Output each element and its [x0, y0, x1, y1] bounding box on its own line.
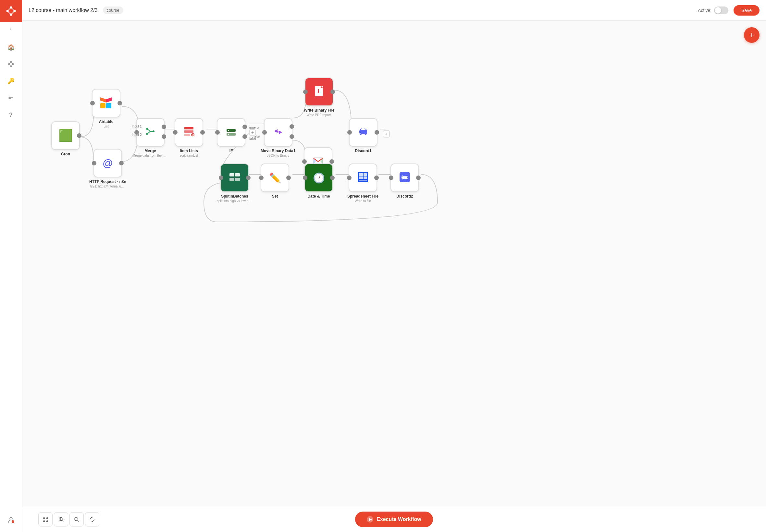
discord2-label: Discord2	[396, 194, 413, 199]
node-http-box[interactable]: @	[93, 149, 122, 177]
svg-rect-60	[363, 176, 367, 179]
if-plus-badge[interactable]: +	[249, 129, 256, 136]
sidebar-item-network[interactable]	[4, 57, 18, 71]
node-movebinary[interactable]: Move Binary Data1 JSON to Binary	[261, 118, 295, 157]
cron-icon: 🟩	[58, 129, 73, 142]
node-merge[interactable]: Merge Merge data from the legacy ...	[132, 118, 168, 157]
merge-sublabel: Merge data from the legacy ...	[132, 154, 168, 157]
workflow-canvas: +	[22, 21, 766, 506]
toolbar-tools	[38, 512, 99, 526]
node-splitbatches-box[interactable]	[220, 163, 249, 192]
svg-rect-67	[46, 517, 48, 519]
zoom-out-button[interactable]	[69, 512, 84, 526]
writebinary-output	[330, 90, 335, 94]
execute-icon: ▶	[367, 516, 373, 523]
cron-output	[77, 133, 81, 138]
node-set[interactable]: ✏️ Set	[261, 163, 289, 199]
sidebar-item-executions[interactable]	[4, 91, 18, 105]
node-discord1[interactable]: Discord1 +	[349, 118, 377, 154]
svg-rect-28	[106, 103, 111, 108]
logo[interactable]	[0, 0, 22, 22]
workflow-title: L2 course - main workflow 2/3	[29, 7, 98, 13]
merge-input1	[162, 125, 166, 129]
node-writebinary[interactable]: Write Binary File Write PDF report.	[304, 78, 334, 117]
airtable-label: Airtable	[99, 119, 114, 125]
node-airtable-box[interactable]	[92, 89, 120, 117]
sidebar-item-help[interactable]: ?	[4, 108, 18, 122]
svg-point-22	[8, 98, 9, 99]
node-cron-box[interactable]: 🟩	[51, 121, 80, 150]
active-toggle[interactable]	[714, 6, 728, 14]
writebinary-icon	[312, 84, 326, 100]
discord2-output	[416, 175, 421, 180]
svg-rect-55	[235, 178, 240, 181]
svg-rect-66	[43, 517, 45, 519]
node-spreadsheet[interactable]: Spreadsheet File Write to file	[347, 163, 378, 203]
svg-line-45	[277, 131, 279, 132]
node-merge-box[interactable]	[136, 118, 164, 147]
node-discord2[interactable]: Discord2	[391, 163, 419, 199]
node-itemlists[interactable]: Item Lists sort: itemList	[175, 118, 203, 157]
sidebar-item-home[interactable]: 🏠	[4, 40, 18, 54]
http-icon: @	[103, 157, 113, 169]
node-airtable[interactable]: Airtable List	[92, 89, 120, 128]
reset-view-button[interactable]	[85, 512, 99, 526]
if-input	[215, 130, 220, 135]
merge-input1-text: Input 1	[132, 125, 142, 128]
workflow-badge[interactable]: course	[103, 6, 123, 14]
merge-output	[134, 130, 139, 135]
if-label: IF	[229, 149, 233, 154]
svg-rect-54	[229, 178, 234, 181]
node-if[interactable]: true false + IF	[217, 118, 245, 154]
merge-input2	[162, 134, 166, 139]
svg-rect-53	[235, 173, 240, 176]
main-content: L2 course - main workflow 2/3 course Act…	[22, 0, 766, 532]
node-cron[interactable]: 🟩 Cron	[51, 121, 80, 157]
spreadsheet-icon	[356, 171, 369, 185]
node-movebinary-box[interactable]	[264, 118, 292, 147]
node-set-box[interactable]: ✏️	[261, 163, 289, 192]
svg-point-34	[152, 130, 154, 132]
splitbatches-label: SplitInBatches	[221, 194, 248, 199]
gmail-input	[302, 159, 307, 164]
node-datetime-box[interactable]: 🕐	[304, 163, 333, 192]
discord1-icon	[357, 125, 370, 139]
svg-rect-65	[402, 176, 407, 179]
node-itemlists-box[interactable]	[175, 118, 203, 147]
discord2-icon	[398, 171, 411, 185]
node-writebinary-box[interactable]	[305, 78, 333, 106]
svg-rect-52	[229, 173, 234, 176]
datetime-input	[303, 175, 307, 180]
svg-line-5	[11, 7, 15, 11]
svg-rect-9	[8, 63, 10, 65]
node-discord2-box[interactable]	[391, 163, 419, 192]
http-sublabel: GET: https://internal.users.n...	[90, 185, 126, 188]
discord2-input	[389, 175, 394, 180]
node-datetime[interactable]: 🕐 Date & Time	[304, 163, 333, 199]
if-true-text: true	[249, 126, 255, 130]
svg-point-32	[146, 128, 148, 130]
node-spreadsheet-box[interactable]	[348, 163, 377, 192]
svg-line-4	[7, 7, 11, 11]
svg-rect-12	[12, 63, 14, 65]
sidebar-expand-button[interactable]: ›	[0, 22, 22, 35]
active-toggle-group: Active:	[698, 6, 728, 14]
node-splitbatches[interactable]: SplitInBatches split into high vs low pr…	[217, 163, 252, 203]
discord1-plus[interactable]: +	[383, 130, 390, 138]
fit-view-button[interactable]	[38, 512, 53, 526]
svg-point-33	[146, 133, 148, 135]
add-node-button[interactable]: +	[744, 27, 760, 43]
node-if-box[interactable]: true false +	[217, 118, 245, 147]
svg-marker-30	[106, 97, 112, 103]
sidebar-item-credentials[interactable]: 🔑	[4, 74, 18, 88]
node-discord1-box[interactable]	[349, 118, 377, 147]
set-output	[286, 175, 291, 180]
movebinary-out-top	[289, 124, 294, 129]
writebinary-input	[303, 90, 308, 94]
node-http[interactable]: @ HTTP Request - n8n GET: https://intern…	[89, 149, 126, 188]
execute-workflow-button[interactable]: ▶ Execute Workflow	[355, 512, 433, 527]
save-button[interactable]: Save	[734, 5, 760, 16]
sidebar-item-user[interactable]: +	[4, 513, 18, 527]
zoom-in-button[interactable]	[54, 512, 68, 526]
svg-point-23	[10, 517, 12, 520]
